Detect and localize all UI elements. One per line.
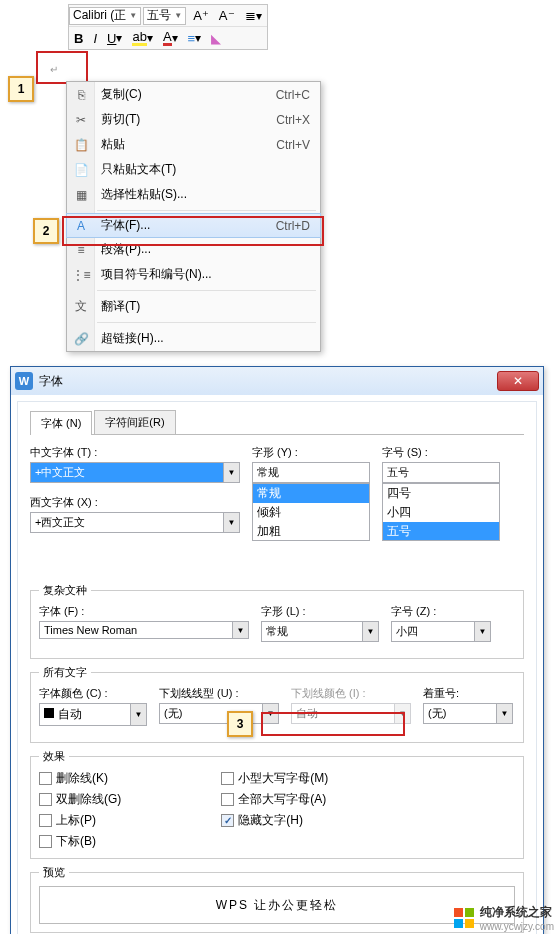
menu-bullets[interactable]: ⋮≡项目符号和编号(N)... bbox=[67, 262, 320, 287]
paragraph-mark-icon: ↵ bbox=[50, 64, 58, 75]
font-color-icon: A bbox=[163, 30, 172, 46]
highlight-box-1 bbox=[36, 51, 88, 84]
chevron-down-icon: ▾ bbox=[147, 31, 153, 45]
chevron-down-icon: ▼ bbox=[130, 704, 146, 725]
translate-icon: 文 bbox=[72, 298, 90, 315]
bullets-icon: ⋮≡ bbox=[72, 268, 90, 282]
watermark: 纯净系统之家 www.ycwjzy.com bbox=[454, 904, 554, 932]
chevron-down-icon: ▼ bbox=[223, 513, 239, 532]
list-item[interactable]: 四号 bbox=[383, 484, 499, 503]
italic-button[interactable]: I bbox=[89, 28, 101, 48]
dialog-titlebar[interactable]: W 字体 ✕ bbox=[11, 367, 543, 395]
chevron-down-icon: ▾ bbox=[195, 31, 201, 45]
cn-font-label: 中文字体 (T) : bbox=[30, 445, 240, 460]
font-name-value: Calibri (正 bbox=[73, 7, 126, 24]
tab-row: 字体 (N) 字符间距(R) bbox=[30, 410, 524, 435]
link-icon: 🔗 bbox=[72, 332, 90, 346]
en-font-combo[interactable]: +西文正文▼ bbox=[30, 512, 240, 533]
close-icon: ✕ bbox=[513, 374, 523, 388]
tab-spacing[interactable]: 字符间距(R) bbox=[94, 410, 175, 434]
chevron-down-icon: ▼ bbox=[129, 11, 137, 20]
app-icon: W bbox=[15, 372, 33, 390]
clipboard-icon: 📋 bbox=[72, 138, 90, 152]
bold-button[interactable]: B bbox=[70, 28, 87, 48]
menu-translate[interactable]: 文翻译(T) bbox=[67, 294, 320, 319]
cx-style-label: 字形 (L) : bbox=[261, 604, 379, 619]
chevron-down-icon: ▼ bbox=[362, 622, 378, 641]
decrease-font-button[interactable]: A⁻ bbox=[215, 6, 239, 26]
chk-smallcap[interactable]: 小型大写字母(M) bbox=[221, 770, 328, 787]
chevron-down-icon: ▼ bbox=[174, 11, 182, 20]
paragraph-icon: ≡ bbox=[72, 243, 90, 257]
size-list[interactable]: 四号 小四 五号 bbox=[382, 483, 500, 541]
underline-button[interactable]: U▾ bbox=[103, 28, 126, 48]
clear-format-button[interactable]: ◣ bbox=[207, 28, 225, 48]
menu-copy[interactable]: ⎘复制(C)Ctrl+C bbox=[67, 82, 320, 107]
dialog-title: 字体 bbox=[39, 373, 63, 390]
en-font-label: 西文字体 (X) : bbox=[30, 495, 240, 510]
menu-paragraph[interactable]: ≡段落(P)... bbox=[67, 237, 320, 262]
chevron-down-icon: ▼ bbox=[262, 704, 278, 723]
copy-icon: ⎘ bbox=[72, 88, 90, 102]
cx-size-combo[interactable]: 小四▼ bbox=[391, 621, 491, 642]
chk-super[interactable]: 上标(P) bbox=[39, 812, 121, 829]
chk-sub[interactable]: 下标(B) bbox=[39, 833, 121, 850]
chevron-down-icon: ▼ bbox=[474, 622, 490, 641]
font-size-value: 五号 bbox=[147, 7, 171, 24]
menu-font[interactable]: A字体(F)...Ctrl+D bbox=[66, 213, 321, 238]
eraser-icon: ◣ bbox=[211, 32, 221, 45]
all-text-group: 所有文字 字体颜色 (C) : 自动▼ 下划线线型 (U) : (无)▼ 下划线… bbox=[30, 665, 524, 743]
menu-paste-text[interactable]: 📄只粘贴文本(T) bbox=[67, 157, 320, 182]
chk-dstrike[interactable]: 双删除线(G) bbox=[39, 791, 121, 808]
chk-allcap[interactable]: 全部大写字母(A) bbox=[221, 791, 328, 808]
line-spacing-button[interactable]: ≣▾ bbox=[241, 6, 266, 26]
menu-paste-special[interactable]: ▦选择性粘贴(S)... bbox=[67, 182, 320, 207]
menu-paste[interactable]: 📋粘贴Ctrl+V bbox=[67, 132, 320, 157]
list-item[interactable]: 常规 bbox=[253, 484, 369, 503]
style-combo[interactable]: 常规 bbox=[252, 462, 370, 483]
list-item[interactable]: 倾斜 bbox=[253, 503, 369, 522]
close-button[interactable]: ✕ bbox=[497, 371, 539, 391]
style-list[interactable]: 常规 倾斜 加粗 bbox=[252, 483, 370, 541]
preview-group: 预览 WPS 让办公更轻松 bbox=[30, 865, 524, 933]
mini-toolbar: Calibri (正▼ 五号▼ A⁺ A⁻ ≣▾ B I U▾ ab▾ A▾ ≡… bbox=[68, 4, 268, 50]
callout-2: 2 bbox=[33, 218, 59, 244]
list-item[interactable]: 五号 bbox=[383, 522, 499, 541]
font-size-select[interactable]: 五号▼ bbox=[143, 7, 186, 25]
chk-strike[interactable]: 删除线(K) bbox=[39, 770, 121, 787]
font-color-button[interactable]: A▾ bbox=[159, 28, 182, 48]
effects-group: 效果 删除线(K) 双删除线(G) 上标(P) 下标(B) 小型大写字母(M) … bbox=[30, 749, 524, 859]
chevron-down-icon: ▾ bbox=[172, 31, 178, 45]
highlight-icon: ab bbox=[132, 30, 146, 46]
align-icon: ≡ bbox=[188, 32, 196, 45]
preview-box: WPS 让办公更轻松 bbox=[39, 886, 515, 924]
size-label: 字号 (S) : bbox=[382, 445, 500, 460]
align-button[interactable]: ≡▾ bbox=[184, 28, 206, 48]
emphasis-combo[interactable]: (无)▼ bbox=[423, 703, 513, 724]
paste-text-icon: 📄 bbox=[72, 163, 90, 177]
highlight-button[interactable]: ab▾ bbox=[128, 28, 156, 48]
menu-hyperlink[interactable]: 🔗超链接(H)... bbox=[67, 326, 320, 351]
chk-hidden[interactable]: 隐藏文字(H) bbox=[221, 812, 328, 829]
underline-style-combo[interactable]: (无)▼ bbox=[159, 703, 279, 724]
chevron-down-icon: ▼ bbox=[394, 704, 410, 723]
list-item[interactable]: 加粗 bbox=[253, 522, 369, 541]
tab-font[interactable]: 字体 (N) bbox=[30, 411, 92, 435]
font-dialog: W 字体 ✕ 字体 (N) 字符间距(R) 中文字体 (T) : +中文正文▼ … bbox=[10, 366, 544, 934]
context-menu: ⎘复制(C)Ctrl+C ✂剪切(T)Ctrl+X 📋粘贴Ctrl+V 📄只粘贴… bbox=[66, 81, 321, 352]
list-item[interactable]: 小四 bbox=[383, 503, 499, 522]
cx-font-combo[interactable]: Times New Roman▼ bbox=[39, 621, 249, 639]
size-combo[interactable]: 五号 bbox=[382, 462, 500, 483]
cx-style-combo[interactable]: 常规▼ bbox=[261, 621, 379, 642]
chevron-down-icon: ▾ bbox=[256, 9, 262, 23]
underline-color-combo: 自动▼ bbox=[291, 703, 411, 724]
font-name-select[interactable]: Calibri (正▼ bbox=[69, 7, 141, 25]
scissors-icon: ✂ bbox=[72, 113, 90, 127]
callout-1: 1 bbox=[8, 76, 34, 102]
menu-cut[interactable]: ✂剪切(T)Ctrl+X bbox=[67, 107, 320, 132]
cn-font-combo[interactable]: +中文正文▼ bbox=[30, 462, 240, 483]
cx-size-label: 字号 (Z) : bbox=[391, 604, 491, 619]
font-color-combo[interactable]: 自动▼ bbox=[39, 703, 147, 726]
complex-script-group: 复杂文种 字体 (F) : Times New Roman▼ 字形 (L) : … bbox=[30, 583, 524, 659]
increase-font-button[interactable]: A⁺ bbox=[189, 6, 213, 26]
